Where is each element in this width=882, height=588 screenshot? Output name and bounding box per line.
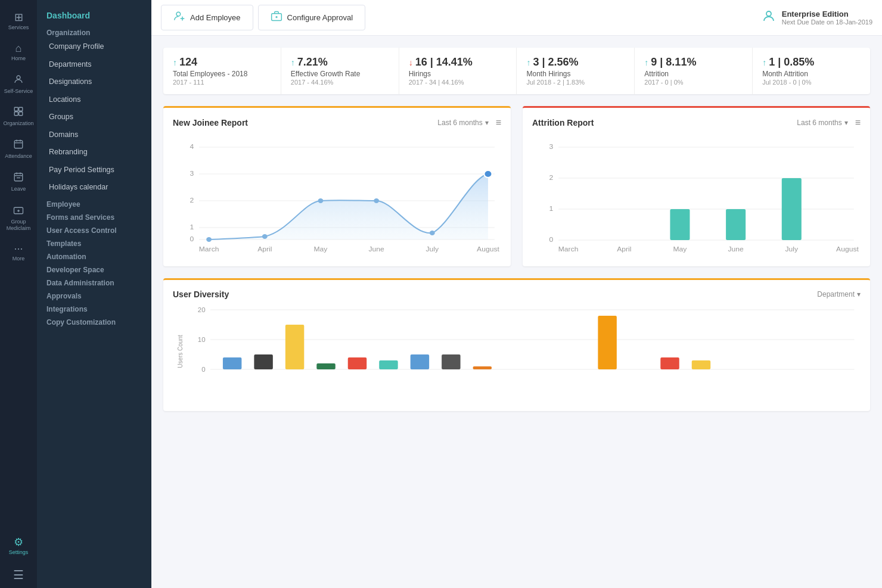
svg-text:0: 0 (190, 235, 194, 242)
svg-point-0 (17, 76, 20, 79)
attrition-svg: 3 2 1 0 March April May (532, 135, 861, 254)
svg-rect-1 (14, 108, 18, 111)
nav-section-organization[interactable]: Organization (37, 25, 151, 38)
chevron-down-icon: ▾ (485, 119, 489, 127)
svg-rect-55 (782, 178, 802, 240)
diversity-filter[interactable]: Department ▾ (817, 290, 861, 298)
nav-section-data-administration[interactable]: Data Administration (37, 275, 151, 288)
sidebar-item-services[interactable]: ⊞ Services (0, 6, 37, 37)
services-icon: ⊞ (14, 12, 23, 23)
svg-rect-54 (726, 209, 746, 240)
svg-point-34 (262, 234, 268, 239)
svg-text:March: March (558, 245, 579, 252)
arrow-down-icon-2: ↓ (409, 58, 413, 67)
svg-text:April: April (617, 245, 631, 252)
nav-item-rebranding[interactable]: Rebranding (37, 144, 151, 161)
sidebar-item-attendance[interactable]: Attendance (0, 133, 37, 166)
user-diversity-card: User Diversity Department ▾ 20 10 0 User… (163, 278, 870, 411)
configure-approval-button[interactable]: Configure Approval (258, 5, 366, 30)
svg-rect-80 (692, 360, 710, 369)
svg-rect-75 (411, 354, 429, 369)
new-joinee-filter[interactable]: Last 6 months ▾ (437, 119, 488, 127)
attrition-menu-icon[interactable]: ≡ (855, 117, 861, 128)
svg-text:4: 4 (190, 143, 194, 150)
nav-item-domains[interactable]: Domains (37, 126, 151, 144)
attrition-chart-card: Attrition Report Last 6 months ▾ ≡ (523, 106, 870, 266)
nav-item-locations[interactable]: Locations (37, 91, 151, 109)
user-diversity-title: User Diversity (173, 290, 229, 299)
user-diversity-svg: 20 10 0 Users Count (173, 304, 861, 399)
nav-dashboard[interactable]: Dashboard (37, 6, 151, 25)
svg-rect-70 (254, 354, 272, 369)
svg-point-35 (318, 198, 324, 203)
stat-label-2: Hirings (409, 70, 507, 78)
nav-section-employee[interactable]: Employee (37, 197, 151, 210)
sidebar-item-self-service[interactable]: Self-Service (0, 68, 37, 101)
svg-rect-79 (660, 357, 679, 369)
stat-hirings: ↓ 16 | 14.41% Hirings 2017 - 34 | 44.16% (399, 48, 517, 94)
svg-rect-5 (14, 141, 23, 148)
nav-item-holidays-calendar[interactable]: Holidays calendar (37, 179, 151, 197)
self-service-label: Self-Service (4, 88, 33, 95)
chevron-down-icon-3: ▾ (857, 290, 861, 298)
nav-item-company-profile[interactable]: Company Profile (37, 38, 151, 56)
group-mediclaim-label: Group Mediclaim (3, 219, 34, 232)
leave-label: Leave (11, 186, 26, 192)
user-diversity-header: User Diversity Department ▾ (173, 290, 861, 299)
nav-section-automation[interactable]: Automation (37, 249, 151, 262)
svg-text:2: 2 (549, 174, 554, 181)
nav-section-templates[interactable]: Templates (37, 236, 151, 249)
chevron-down-icon-2: ▾ (844, 119, 848, 127)
nav-section-forms-and-services[interactable]: Forms and Services (37, 210, 151, 223)
stat-sub-4: 2017 - 0 | 0% (644, 79, 743, 86)
sidebar-item-leave[interactable]: Leave (0, 166, 37, 198)
nav-section-user-access-control[interactable]: User Access Control (37, 223, 151, 236)
stat-label-1: Effective Growth Rate (291, 70, 389, 78)
nav-section-copy-customization[interactable]: Copy Customization (37, 315, 151, 328)
sidebar-item-group-mediclaim[interactable]: Group Mediclaim (0, 198, 37, 238)
svg-rect-3 (14, 112, 18, 116)
enterprise-info: Enterprise Edition Next Due Date on 18-J… (762, 9, 872, 27)
svg-rect-9 (14, 173, 23, 181)
stat-value-2: 16 | 14.41% (415, 56, 473, 69)
arrow-up-icon-3: ↑ (526, 58, 530, 67)
enterprise-title: Enterprise Edition (782, 10, 872, 18)
arrow-up-icon-5: ↑ (762, 58, 766, 67)
stat-growth-rate: ↑ 7.21% Effective Growth Rate 2017 - 44.… (281, 48, 399, 94)
stat-value-0: 124 (179, 56, 197, 69)
sidebar-item-organization[interactable]: Organization (0, 100, 37, 133)
stat-sub-0: 2017 - 111 (173, 79, 271, 86)
nav-item-groups[interactable]: Groups (37, 108, 151, 126)
svg-rect-72 (316, 363, 335, 369)
add-employee-icon (173, 10, 185, 25)
nav-section-approvals[interactable]: Approvals (37, 288, 151, 301)
svg-point-22 (766, 11, 771, 16)
new-joinee-menu-icon[interactable]: ≡ (496, 117, 501, 128)
svg-text:June: June (728, 245, 743, 252)
nav-item-pay-period-settings[interactable]: Pay Period Settings (37, 161, 151, 179)
top-bar: Add Employee Configure Approval Enterpri… (151, 0, 882, 36)
enterprise-icon (762, 9, 776, 27)
configure-approval-label: Configure Approval (287, 13, 353, 22)
svg-text:1: 1 (190, 223, 194, 230)
sidebar-item-settings[interactable]: ⚙ Settings (0, 531, 37, 562)
sidebar-item-home[interactable]: ⌂ Home (0, 37, 37, 68)
stat-month-attrition: ↑ 1 | 0.85% Month Attrition Jul 2018 - 0… (753, 48, 870, 94)
organization-icon (13, 106, 24, 119)
add-employee-button[interactable]: Add Employee (161, 5, 253, 30)
nav-item-departments[interactable]: Departments (37, 56, 151, 74)
sidebar-hamburger-btn[interactable]: ☰ (0, 562, 37, 588)
stat-value-5: 1 | 0.85% (769, 56, 814, 69)
more-label: More (13, 256, 25, 262)
svg-rect-53 (670, 209, 690, 240)
attrition-filter[interactable]: Last 6 months ▾ (797, 119, 847, 127)
home-label: Home (11, 55, 26, 62)
new-joinee-chart-header: New Joinee Report Last 6 months ▾ ≡ (173, 117, 501, 128)
sidebar-item-more[interactable]: ··· More (0, 237, 37, 268)
nav-section-developer-space[interactable]: Developer Space (37, 262, 151, 275)
nav-item-designations[interactable]: Designations (37, 73, 151, 91)
arrow-up-icon-1: ↑ (291, 58, 295, 67)
nav-section-integrations[interactable]: Integrations (37, 301, 151, 315)
organization-label: Organization (3, 120, 33, 127)
icon-sidebar: ⊞ Services ⌂ Home Self-Service Organizat… (0, 0, 37, 588)
